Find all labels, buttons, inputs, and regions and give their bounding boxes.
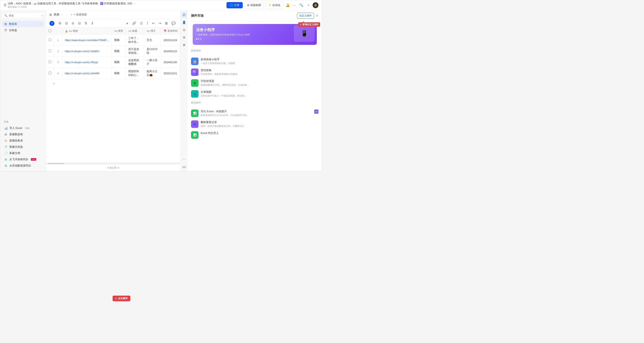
permission-button[interactable]: ⊟ 高级权限 (244, 2, 264, 9)
filter-button[interactable]: ⊝ (70, 21, 76, 26)
datatable-more-icon[interactable]: ··· (40, 22, 42, 26)
row-link-2[interactable]: https://v.douyin.com/iLvJPprp/ (62, 57, 112, 68)
plugin-item-split-view[interactable]: ◫ 分屏视图 支持在插件中嵌入一个指定的视图，和仪表... (188, 89, 322, 99)
scrollbar-thumb[interactable] (48, 163, 64, 164)
group-button[interactable]: ⊟ (77, 21, 82, 26)
new-dashboard-icon: ⏱ (4, 145, 8, 149)
plus-view-icon: ＋ (70, 13, 73, 17)
redo-button[interactable]: ↪ (157, 21, 162, 26)
new-datatable-item[interactable]: ⊞ 新建数据表 (2, 131, 44, 138)
avatar[interactable]: 😎 (312, 2, 318, 8)
row-height-button[interactable]: ⇕ (90, 21, 95, 26)
dropdown-icon[interactable]: ▾ (118, 166, 119, 169)
link-button[interactable]: 🔗 (131, 21, 138, 26)
plugin-item-export-excel[interactable]: 📊 导出 Excel：内嵌图片 将多维表格导出为 Excel 时，可以把附件中的… (188, 108, 322, 119)
table-view-icon-btn[interactable]: ⊠ (181, 42, 187, 48)
sync-other-icon: ⊞ (4, 164, 8, 168)
table-view-icon: ⊞ (50, 13, 52, 16)
scrollbar-area (46, 163, 180, 164)
breadcrumb-2[interactable]: AIGC 创造营 (16, 2, 31, 6)
breadcrumb-5[interactable]: 抖音数据采集测试 (104, 2, 126, 6)
col-date[interactable]: 📅 发布时间 (161, 28, 180, 35)
breadcrumb-3[interactable]: 自媒体运营工具 (37, 2, 56, 6)
plugin-item-assistant[interactable]: 🤖 多维表格小助手 一切关于多维表格的问题，问我吧 (188, 56, 322, 67)
user-icon-btn[interactable]: 👤 (181, 20, 187, 25)
data-table-wrapper: 🔒 Aα 链接 Aα 类型 (46, 28, 180, 163)
table-header-row: 🔒 Aα 链接 Aα 类型 (46, 28, 180, 35)
panel-scroll[interactable]: 业务小程序 一张多维表，仅需3步就可以轻松变成为工作台小程序 📱 (188, 22, 322, 171)
breadcrumb-1[interactable]: 洁梓 (8, 2, 13, 6)
fit-button[interactable]: ⊠ (164, 21, 169, 26)
search-icon[interactable]: 🔍 (298, 2, 304, 8)
col-type[interactable]: Aα 类型 (112, 28, 126, 35)
app-container: ☰ 洁梓 › AIGC 创造营 › 🗂 自媒体运营工具 › 抖音数据采集工具-飞… (0, 0, 322, 172)
comment-button[interactable]: 💬 (170, 21, 177, 26)
breadcrumb: 洁梓 › AIGC 创造营 › 🗂 自媒体运营工具 › 抖音数据采集工具-飞书多… (8, 2, 136, 6)
sync-other-item[interactable]: ⊞ 从其他数据源同步 (2, 163, 44, 169)
star-icon[interactable]: ☆ (134, 2, 136, 5)
plugin-item-excel-compare[interactable]: 📊 Excel 对比导入 (188, 130, 322, 140)
sort-button[interactable]: ⇅ (83, 21, 88, 26)
search-input[interactable] (9, 14, 40, 17)
add-record-button[interactable]: ＋ (50, 21, 54, 26)
export-excel-info: 导出 Excel：内嵌图片 将多维表格导出为 Excel 时，可以把附件中的..… (200, 110, 312, 117)
checkbox-button[interactable]: ☑ (139, 21, 144, 26)
add-row-button[interactable]: ＋ (50, 80, 177, 87)
right-panel-icons: ⟨/⟩ 👤 ⊟ ⊞ ⊠ ··· 📖 (180, 10, 188, 171)
hide-fields-button[interactable]: ⊟ (64, 21, 69, 26)
title-bar: ☰ 洁梓 › AIGC 创造营 › 🗂 自媒体运营工具 › 抖音数据采集工具-飞… (0, 0, 322, 10)
col-checkbox[interactable] (46, 28, 54, 35)
field-icon-btn[interactable]: ⊟ (181, 27, 187, 33)
add-row-area[interactable]: ＋ (46, 79, 180, 88)
automate-button[interactable]: ⚡ 自动化 (266, 2, 283, 9)
export-excel-name: 导出 Excel：内嵌图片 (200, 110, 312, 113)
share-table-button[interactable]: ⤴ (145, 21, 150, 26)
more-panel-icon-btn[interactable]: ··· (181, 156, 187, 162)
grid-icon-btn[interactable]: ⊞ (181, 35, 187, 40)
sidebar-item-dashboard[interactable]: ⏱ 仪表盘 (2, 27, 44, 33)
sidebar-bottom: 新建 📊 导入 Excel Beta ⊞ 新建数据表 ⊡ 新建收集表 ⏱ 新建仪… (0, 117, 46, 169)
plus-icon[interactable]: ＋ (306, 2, 311, 8)
import-excel-item[interactable]: 📊 导入 Excel Beta (2, 125, 44, 131)
plugin-item-find-replace[interactable]: 🔍 查找替换 可批量查找、替换多维表格中的数据 (188, 67, 322, 78)
col-author[interactable]: Aα 博主 (144, 28, 161, 35)
new-doc-item[interactable]: 📄 新建文档 (2, 150, 44, 156)
sidebar-item-datatable[interactable]: ⊞ 数据表 ··· (2, 21, 44, 27)
undo-button[interactable]: ↩ (151, 21, 156, 26)
more-icon[interactable]: ··· (292, 3, 297, 8)
assistant-plugin-name: 多维表格小助手 (200, 58, 318, 61)
new-view-button[interactable]: ＋ + 新建视图 (68, 12, 89, 17)
row-checkbox-0[interactable] (46, 35, 54, 46)
row-link-3[interactable]: https://v.douyin.com/iLvJaH4M/ (62, 68, 112, 79)
plugin-item-dedup[interactable]: ⊟ 删除重复记录 按照一定条件查找重复的记录，并删除它们 (188, 119, 322, 130)
new-form-item[interactable]: ⊡ 新建收集表 (2, 138, 44, 144)
color-button[interactable]: ● (125, 21, 130, 26)
row-link-0[interactable]: https://www.douyin.com/video/730487... (62, 35, 112, 46)
sync-feishu-item[interactable]: ⊞ 从飞书表格同步 New (2, 156, 44, 163)
breadcrumb-4[interactable]: 抖音数据采集工具-飞书多维表格 (59, 2, 98, 6)
menu-icon[interactable]: ☰ (4, 3, 6, 7)
row-checkbox-2[interactable] (46, 57, 54, 68)
col-title[interactable]: Aα 标题 (126, 28, 144, 35)
row-link-1[interactable]: https://v.douyin.com/iL7oNdRv/ (62, 46, 112, 57)
book-icon-btn[interactable]: 📖 (181, 164, 187, 170)
plugin-icon-btn[interactable]: ⟨/⟩ (181, 12, 187, 18)
share-button[interactable]: 🌐 分享 (226, 2, 243, 8)
find-replace-icon: 🔍 (191, 69, 198, 76)
new-section-title: 新建 (2, 119, 44, 125)
collapse-icon[interactable]: « (41, 14, 43, 17)
search-bar[interactable]: 🔍 « (2, 13, 44, 18)
custom-plugin-button[interactable]: 自定义插件 (297, 13, 314, 19)
new-dashboard-item[interactable]: ⏱ 新建仪表盘 (2, 144, 44, 150)
select-all-checkbox[interactable] (48, 30, 51, 32)
table-title: 表格 (54, 13, 60, 17)
permission-icon: ⊟ (247, 4, 250, 7)
settings-button[interactable]: ⚙ (57, 21, 62, 26)
plugin-item-field-mgr[interactable]: ⊞ 字段管理器 批量隐藏/显示字段，调整字段宽度，让你的多... (188, 78, 322, 89)
plugin-close-button[interactable]: ✕ (316, 14, 318, 18)
col-link[interactable]: 🔒 Aα 链接 (62, 28, 112, 35)
row-checkbox-3[interactable] (46, 68, 54, 79)
table-options-icon[interactable]: ··· (61, 13, 64, 16)
row-checkbox-1[interactable] (46, 46, 54, 57)
notification-icon[interactable]: 🔔 (285, 2, 291, 8)
